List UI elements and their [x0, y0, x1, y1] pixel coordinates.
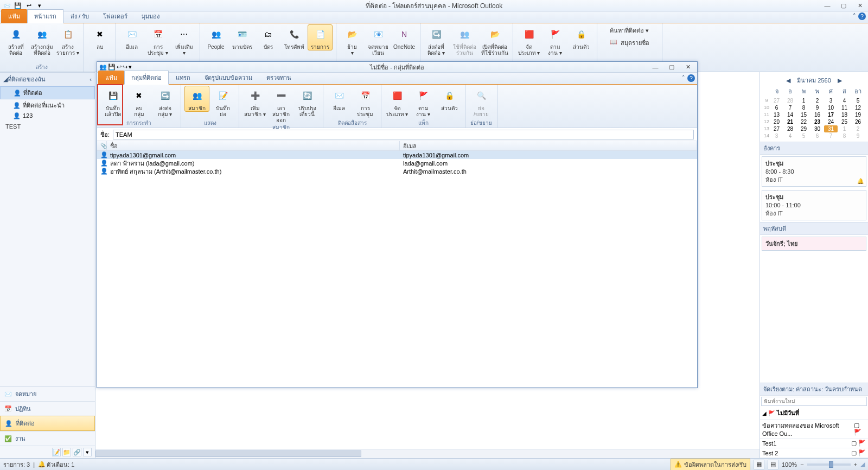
- cal-day[interactable]: 13: [770, 111, 783, 118]
- add-members-button[interactable]: ➕เพิ่มสมาชิก ▾: [242, 86, 267, 117]
- cal-next-icon[interactable]: ▶: [835, 77, 844, 84]
- more-button[interactable]: ⋯เพิ่มเติม▾: [171, 24, 196, 56]
- appointment-2[interactable]: ประชุม 10:00 - 11:00 ห้อง IT: [762, 190, 866, 220]
- zoom-button[interactable]: 🔍ย่อ/ขยาย: [469, 86, 494, 117]
- update-now-button[interactable]: 🔄ปรับปรุงเดี๋ยวนี้: [295, 86, 320, 117]
- followup-button[interactable]: 🚩ตามงาน ▾: [542, 24, 567, 56]
- email-button[interactable]: ✉️อีเมล: [119, 24, 144, 50]
- cal-day[interactable]: 3: [770, 132, 783, 139]
- cal-day[interactable]: 8: [838, 132, 851, 139]
- cal-day[interactable]: 1: [838, 125, 851, 132]
- modal-tab-insert[interactable]: แทรก: [169, 71, 197, 84]
- cal-day[interactable]: 25: [838, 118, 851, 125]
- zoom-out-icon[interactable]: −: [800, 461, 803, 468]
- cal-day[interactable]: 22: [797, 118, 810, 125]
- modal-tab-format[interactable]: จัดรูปแบบข้อความ: [197, 71, 259, 84]
- resize-grip-icon[interactable]: ◢: [860, 461, 865, 468]
- tab-folder[interactable]: โฟลเดอร์: [96, 9, 135, 23]
- cal-day[interactable]: 30: [810, 125, 824, 132]
- modal-priv-button[interactable]: 🔒ส่วนตัว: [437, 86, 462, 111]
- cal-day[interactable]: 9: [810, 104, 824, 111]
- cal-day[interactable]: 6: [810, 132, 824, 139]
- modal-flag-button[interactable]: 🚩ตามงาน ▾: [411, 86, 436, 117]
- cal-day[interactable]: 9: [851, 132, 865, 139]
- new-task-input[interactable]: [761, 397, 867, 406]
- cal-day[interactable]: 11: [838, 104, 851, 111]
- maximize-button[interactable]: ▢: [835, 1, 852, 10]
- modal-tab-review[interactable]: ตรวจทาน: [259, 71, 298, 84]
- col-icon[interactable]: 📎: [97, 141, 107, 150]
- cal-day[interactable]: 8: [797, 104, 810, 111]
- cal-day[interactable]: 12: [851, 104, 865, 111]
- meeting-button[interactable]: 📅การประชุม ▾: [145, 24, 170, 56]
- cal-day[interactable]: 23: [810, 118, 824, 125]
- cal-day[interactable]: 18: [838, 111, 851, 118]
- nav-calendar-button[interactable]: 📅ปฏิทิน: [0, 401, 95, 416]
- delete-group-button[interactable]: ✖ลบกลุ่ม: [126, 86, 151, 117]
- cal-day[interactable]: 24: [824, 118, 838, 125]
- mailmerge-button[interactable]: 📧จดหมายเวียน: [366, 24, 391, 56]
- col-email[interactable]: อีเมล: [400, 141, 697, 150]
- nav-tasks-button[interactable]: ✅งาน: [0, 431, 95, 446]
- view-people-button[interactable]: 👥People: [203, 24, 228, 50]
- cal-day[interactable]: 7: [783, 104, 797, 111]
- cal-day[interactable]: 15: [797, 111, 810, 118]
- cal-prev-icon[interactable]: ◀: [784, 77, 793, 84]
- nav-contacts-button[interactable]: 👤ที่ติดต่อ: [0, 416, 95, 431]
- modal-ribbon-min-icon[interactable]: ˄: [682, 74, 685, 82]
- cal-day[interactable]: 1: [797, 97, 810, 104]
- cal-day[interactable]: 5: [851, 97, 865, 104]
- nav-mail-button[interactable]: ✉️จดหมาย: [0, 386, 95, 401]
- cal-day[interactable]: 4: [838, 97, 851, 104]
- modal-qat-drop[interactable]: ▾: [129, 64, 132, 70]
- modal-undo-icon[interactable]: ↩: [117, 64, 122, 70]
- cal-day[interactable]: 27: [770, 97, 783, 104]
- group-name-input[interactable]: [113, 130, 694, 139]
- nav-item-contacts[interactable]: 👤ที่ติดต่อ: [0, 86, 95, 99]
- new-group-button[interactable]: 👥สร้างกลุ่มที่ติดต่อ: [29, 24, 54, 56]
- delete-button[interactable]: ✖ลบ: [87, 24, 112, 50]
- categorize-button[interactable]: 🟥จัดประเภท ▾: [516, 24, 541, 56]
- view-phone-button[interactable]: 📞โทรศัพท์: [282, 24, 307, 50]
- notes-button[interactable]: 📝บันทึกย่อ: [210, 86, 235, 117]
- forward-contact-button[interactable]: ↪️ส่งต่อที่ติดต่อ ▾: [424, 24, 449, 56]
- cal-day[interactable]: 14: [783, 111, 797, 118]
- zoom-slider[interactable]: [807, 463, 851, 466]
- close-button[interactable]: ✕: [852, 1, 868, 10]
- cal-day[interactable]: 3: [824, 97, 838, 104]
- private-button[interactable]: 🔒ส่วนตัว: [569, 24, 593, 50]
- task-item[interactable]: ข้อความทดลองของ Microsoft Office Ou...▢ …: [760, 420, 868, 439]
- help-icon[interactable]: ?: [858, 12, 866, 20]
- cal-day[interactable]: 5: [797, 132, 810, 139]
- holiday-item[interactable]: วันจักรี; ไทย: [762, 237, 866, 251]
- cal-day[interactable]: 16: [810, 111, 824, 118]
- address-book-row[interactable]: 📖สมุดรายชื่อ: [608, 37, 652, 49]
- members-button[interactable]: 👥สมาชิก: [184, 86, 209, 112]
- task-item[interactable]: Test 2▢ 🚩: [760, 448, 868, 458]
- view-normal-icon[interactable]: ▦: [754, 460, 764, 469]
- cal-day[interactable]: 2: [851, 125, 865, 132]
- nav-folder-icon[interactable]: 📁: [62, 448, 71, 456]
- cal-day[interactable]: 7: [824, 132, 838, 139]
- task-group-nodate[interactable]: ◢ 🚩 ไม่มีวันที่: [760, 407, 868, 420]
- content-hscrollbar[interactable]: [95, 449, 760, 458]
- cal-day[interactable]: 19: [851, 111, 865, 118]
- modal-cat-button[interactable]: 🟥จัดประเภท ▾: [385, 86, 410, 117]
- modal-redo-icon[interactable]: ↪: [123, 64, 127, 70]
- share-contacts-button[interactable]: 👥ใช้ที่ติดต่อร่วมกัน: [450, 24, 479, 56]
- tasks-sort-header[interactable]: จัดเรียงตาม: ค่าสถานะ: วันครบกำหนด: [760, 383, 868, 396]
- view-bizcard-button[interactable]: 🪪นามบัตร: [229, 24, 254, 50]
- member-row[interactable]: 👤อาทิตย์ สกุลนาม (Arthit@mailmaster.co.t…: [97, 167, 697, 175]
- cal-day[interactable]: 27: [770, 125, 783, 132]
- move-button[interactable]: 📂ย้าย▾: [340, 24, 365, 56]
- col-name[interactable]: ชื่อ: [107, 141, 400, 150]
- cal-day[interactable]: 29: [797, 125, 810, 132]
- modal-tab-group[interactable]: กลุ่มที่ติดต่อ: [124, 71, 169, 85]
- cal-day[interactable]: 28: [783, 97, 797, 104]
- tab-file[interactable]: แฟ้ม: [1, 9, 27, 23]
- cal-day[interactable]: 31: [824, 125, 838, 132]
- find-contact-row[interactable]: ค้นหาที่ติดต่อ ▾: [608, 24, 652, 36]
- nav-item-123[interactable]: 👤123: [0, 111, 95, 120]
- forward-group-button[interactable]: ↪️ส่งต่อกลุ่ม ▾: [152, 86, 177, 117]
- remove-member-button[interactable]: ➖เอาสมาชิกออก: [269, 86, 293, 123]
